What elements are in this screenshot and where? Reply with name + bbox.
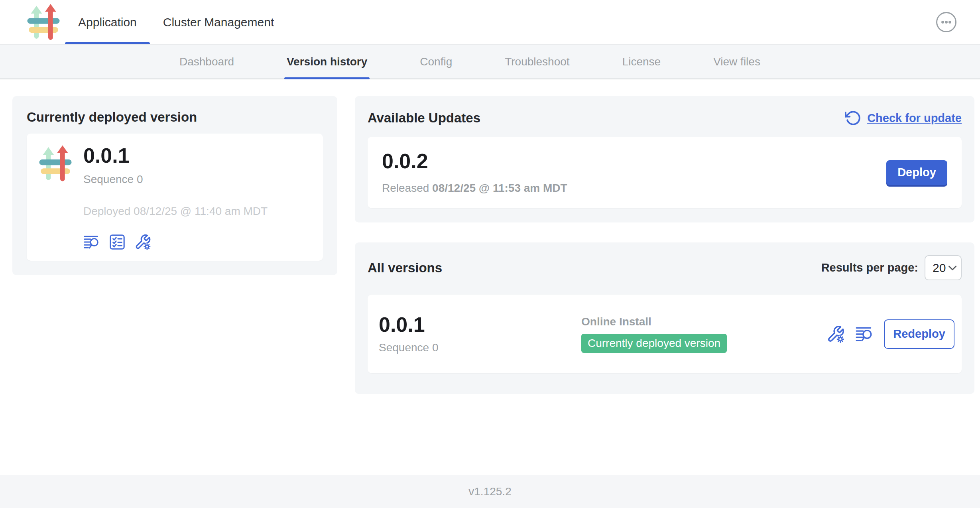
deploy-logs-icon[interactable]: [855, 325, 874, 343]
tab-version-history-label: Version history: [287, 55, 367, 68]
ellipsis-circle-icon: [936, 12, 957, 33]
tab-troubleshoot-label: Troubleshoot: [505, 55, 569, 68]
tab-dashboard-label: Dashboard: [179, 55, 234, 68]
released-prefix: Released: [382, 182, 429, 194]
tab-application-label: Application: [78, 16, 137, 29]
top-nav-tabs: Application Cluster Management: [65, 0, 287, 44]
deploy-button[interactable]: Deploy: [886, 160, 947, 185]
tab-cluster-management[interactable]: Cluster Management: [150, 0, 287, 44]
footer: v1.125.2: [0, 475, 980, 508]
right-column: Available Updates Check for update 0.0.2: [355, 96, 974, 394]
all-versions-title: All versions: [368, 260, 442, 276]
deployed-version-number: 0.0.1: [83, 145, 268, 167]
status-badge: Currently deployed version: [581, 334, 727, 353]
available-update-row: 0.0.2 Released 08/12/25 @ 11:53 am MDT D…: [368, 137, 962, 208]
tab-dashboard[interactable]: Dashboard: [177, 45, 236, 79]
refresh-icon: [845, 110, 862, 126]
app-logo-arrows-icon: [27, 3, 60, 42]
available-updates-card: Available Updates Check for update 0.0.2: [355, 96, 974, 222]
check-for-update-link[interactable]: Check for update: [845, 110, 962, 126]
check-for-update-label: Check for update: [867, 112, 962, 125]
tab-config-label: Config: [420, 55, 452, 68]
version-row: 0.0.1 Sequence 0 Online Install Currentl…: [368, 295, 962, 373]
tab-version-history[interactable]: Version history: [284, 45, 370, 79]
deployed-version-panel: 0.0.1 Sequence 0 Deployed 08/12/25 @ 11:…: [27, 134, 323, 261]
deployed-version-actions: [83, 234, 268, 250]
update-released-line: Released 08/12/25 @ 11:53 am MDT: [382, 182, 567, 195]
released-timestamp: 08/12/25 @ 11:53 am MDT: [432, 182, 567, 194]
available-updates-title: Available Updates: [368, 110, 480, 126]
config-icon[interactable]: [134, 234, 151, 250]
tab-view-files-label: View files: [713, 55, 760, 68]
results-per-page-select[interactable]: 20: [925, 255, 962, 280]
deploy-logs-icon[interactable]: [83, 234, 100, 250]
tab-troubleshoot[interactable]: Troubleshoot: [502, 45, 572, 79]
update-version-number: 0.0.2: [382, 150, 567, 172]
row-version-number: 0.0.1: [379, 314, 581, 336]
tab-license-label: License: [622, 55, 661, 68]
install-type-label: Online Install: [581, 315, 727, 328]
deployed-card-title: Currently deployed version: [27, 110, 323, 125]
tab-view-files[interactable]: View files: [711, 45, 763, 79]
tab-config[interactable]: Config: [417, 45, 455, 79]
tab-application[interactable]: Application: [65, 0, 150, 44]
app-sub-nav: Dashboard Version history Config Trouble…: [0, 45, 980, 79]
config-icon[interactable]: [827, 325, 845, 343]
tab-cluster-management-label: Cluster Management: [163, 16, 274, 29]
redeploy-button[interactable]: Redeploy: [884, 319, 954, 349]
all-versions-card: All versions Results per page: 20: [355, 242, 974, 394]
results-per-page: Results per page: 20: [821, 255, 962, 280]
row-sequence: Sequence 0: [379, 341, 581, 354]
app-logo-arrows-icon: [39, 145, 72, 250]
main-content: Currently deployed version 0.0: [0, 79, 980, 475]
row-actions: Redeploy: [827, 319, 954, 349]
deployed-sequence: Sequence 0: [83, 173, 268, 186]
console-version: v1.125.2: [468, 485, 511, 498]
preflight-checks-icon[interactable]: [109, 234, 126, 250]
deployed-timestamp: Deployed 08/12/25 @ 11:40 am MDT: [83, 205, 268, 218]
overflow-menu-button[interactable]: [936, 12, 957, 33]
currently-deployed-card: Currently deployed version 0.0: [12, 96, 337, 275]
tab-license[interactable]: License: [620, 45, 663, 79]
top-nav: Application Cluster Management: [0, 0, 980, 45]
results-per-page-label: Results per page:: [821, 261, 918, 274]
